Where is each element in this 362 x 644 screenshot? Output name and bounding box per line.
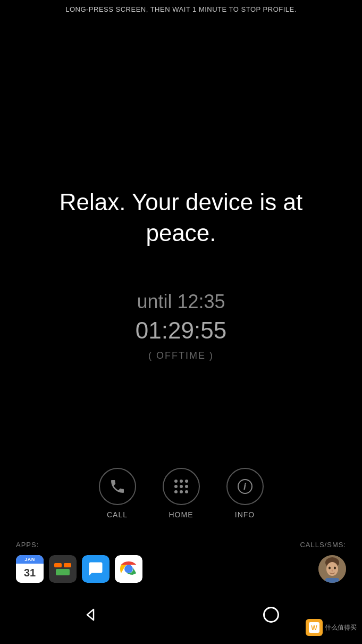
- chrome-bg: [115, 555, 142, 583]
- calc-top-row: [54, 563, 71, 567]
- calc-green: [56, 569, 70, 575]
- watermark: W 什么值得买: [306, 619, 357, 636]
- calc-bg: [49, 555, 77, 583]
- info-label: INFO: [235, 510, 255, 519]
- svg-rect-8: [325, 578, 339, 583]
- svg-point-7: [332, 569, 333, 572]
- calls-label: CALLS/SMS:: [300, 541, 346, 549]
- calls-right: CALLS/SMS:: [181, 541, 347, 583]
- watermark-logo: W: [308, 621, 321, 634]
- message-icon: [88, 561, 104, 577]
- dot: [180, 485, 183, 488]
- calendar-top: JAN: [16, 555, 44, 564]
- home-button[interactable]: HOME: [163, 468, 200, 519]
- calc-orange: [64, 563, 71, 567]
- phone-icon: [109, 478, 126, 495]
- relax-message: Relax. Your device is at peace.: [0, 187, 362, 247]
- dot: [185, 490, 188, 493]
- grid-icon: [174, 480, 188, 493]
- back-icon: [83, 607, 98, 622]
- action-buttons: CALL HOME i INFO: [0, 468, 362, 519]
- watermark-text: 什么值得买: [325, 623, 357, 632]
- call-button-circle: [99, 468, 136, 505]
- chrome-icon: [119, 559, 139, 579]
- svg-point-5: [329, 567, 331, 569]
- calc-orange: [54, 563, 62, 567]
- chrome-app-icon[interactable]: [115, 555, 142, 583]
- messages-bg: [82, 555, 110, 583]
- top-status-message: LONG-PRESS SCREEN, THEN WAIT 1 MINUTE TO…: [0, 0, 362, 19]
- call-label: CALL: [107, 510, 128, 519]
- home-label: HOME: [169, 510, 193, 519]
- dot: [180, 480, 183, 483]
- info-button-circle: i: [226, 468, 264, 505]
- calculator-app-icon[interactable]: [49, 555, 77, 583]
- info-button[interactable]: i INFO: [226, 468, 264, 519]
- svg-marker-9: [87, 609, 94, 620]
- offtime-label: ( OFFTIME ): [148, 350, 214, 361]
- dot: [174, 480, 178, 483]
- dot: [185, 485, 188, 488]
- contact-avatar[interactable]: [318, 555, 346, 583]
- svg-text:W: W: [311, 624, 317, 632]
- call-button[interactable]: CALL: [99, 468, 136, 519]
- calendar-date: 31: [16, 564, 44, 583]
- home-nav-button[interactable]: [258, 601, 284, 628]
- back-button[interactable]: [78, 602, 103, 628]
- calendar-app-icon[interactable]: JAN 31: [16, 555, 44, 583]
- home-button-circle: [163, 468, 200, 505]
- person-face-icon: [318, 555, 346, 583]
- dot: [180, 490, 183, 493]
- info-icon: i: [238, 479, 252, 494]
- svg-point-6: [334, 567, 336, 569]
- main-content: Relax. Your device is at peace. until 12…: [0, 32, 362, 516]
- calc-bottom-row: [56, 569, 70, 575]
- apps-label: APPS:: [16, 541, 39, 549]
- home-nav-icon: [263, 607, 279, 623]
- svg-point-1: [125, 566, 132, 573]
- countdown-timer: 01:29:55: [136, 317, 226, 344]
- dot: [185, 480, 188, 483]
- dot: [174, 485, 178, 488]
- watermark-icon: W: [306, 619, 323, 636]
- app-icons-row: JAN 31: [16, 555, 142, 583]
- time-section: until 12:35 01:29:55 ( OFFTIME ): [136, 291, 226, 361]
- messages-app-icon[interactable]: [82, 555, 110, 583]
- dot: [174, 490, 178, 493]
- until-time: until 12:35: [137, 291, 225, 313]
- apps-left: APPS: JAN 31: [16, 541, 181, 583]
- apps-section: APPS: JAN 31: [0, 541, 362, 583]
- calendar-month: JAN: [24, 557, 35, 562]
- avatar-placeholder: [318, 555, 346, 583]
- nav-bar: W 什么值得买: [0, 591, 362, 644]
